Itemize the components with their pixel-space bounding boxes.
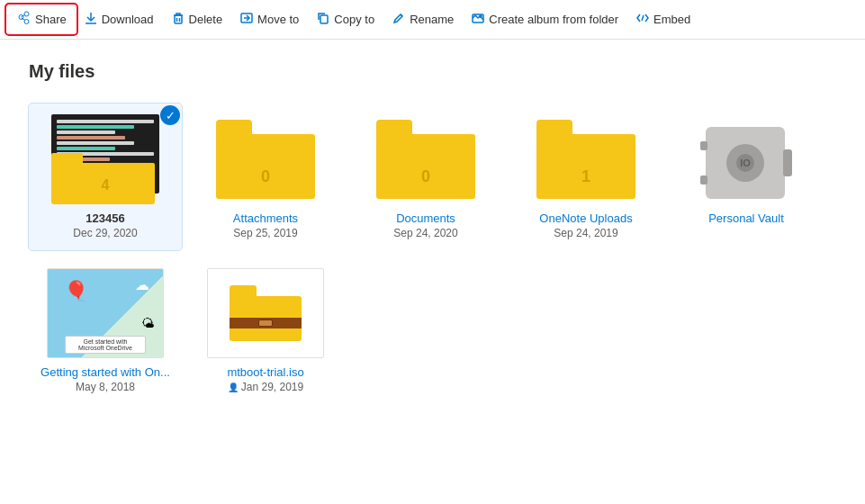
file-item-123456[interactable]: ✓ (29, 104, 182, 250)
file-name-mtboot: mtboot-trial.iso (227, 365, 303, 379)
file-name-attachments: Attachments (233, 212, 298, 225)
file-item-documents[interactable]: 0 Documents Sep 24, 2020 (349, 104, 502, 250)
cloud-icon: ☁ (135, 276, 149, 293)
svg-line-13 (642, 15, 644, 21)
share-button[interactable]: Share (7, 5, 76, 33)
embed-icon (636, 12, 649, 27)
file-thumbnail-documents: 0 (367, 114, 484, 204)
download-button[interactable]: Download (76, 6, 163, 32)
file-date-mtboot: Jan 29, 2019 (241, 381, 303, 393)
file-thumbnail-getting-started: 🎈 ☁ 🌤 Get started withMicrosoft OneDrive (47, 268, 164, 358)
download-icon (85, 12, 97, 27)
embed-label: Embed (653, 13, 690, 26)
rename-label: Rename (410, 13, 454, 26)
copy-to-button[interactable]: Copy to (308, 6, 383, 32)
delete-icon (172, 12, 185, 27)
share-icon (16, 11, 31, 28)
file-item-personal-vault[interactable]: IO Personal Vault (670, 104, 823, 250)
move-to-icon (240, 12, 253, 27)
file-thumbnail-123456: 4 (47, 114, 164, 204)
file-item-onenote[interactable]: 1 OneNote Uploads Sep 24, 2019 (509, 104, 662, 250)
svg-rect-9 (320, 15, 328, 23)
file-thumbnail-attachments: 0 (207, 114, 324, 204)
file-thumbnail-personal-vault: IO (688, 114, 805, 204)
file-date-documents: Sep 24, 2020 (393, 227, 457, 239)
page-title: My files (29, 61, 836, 82)
svg-line-10 (401, 14, 402, 16)
file-date-onenote: Sep 24, 2019 (554, 227, 617, 239)
file-item-getting-started[interactable]: 🎈 ☁ 🌤 Get started withMicrosoft OneDrive… (29, 257, 182, 404)
content-area: My files ✓ (0, 40, 865, 504)
file-name-documents: Documents (396, 212, 455, 225)
onedrive-label: Get started withMicrosoft OneDrive (65, 336, 146, 354)
copy-to-icon (317, 12, 329, 27)
file-name-getting-started: Getting started with On... (41, 365, 170, 379)
file-thumbnail-onenote: 1 (527, 114, 644, 204)
svg-point-12 (480, 15, 482, 17)
file-name-123456: 123456 (86, 212, 124, 225)
create-album-label: Create album from folder (489, 13, 618, 26)
selected-checkmark: ✓ (160, 105, 180, 125)
move-to-button[interactable]: Move to (231, 6, 308, 32)
create-album-icon (472, 12, 484, 27)
rename-button[interactable]: Rename (383, 6, 463, 32)
move-to-label: Move to (257, 13, 299, 26)
delete-label: Delete (189, 13, 223, 26)
download-label: Download (102, 13, 154, 26)
shared-person-icon: 👤 (228, 382, 239, 392)
share-label: Share (35, 13, 67, 26)
main-container: Share Download (0, 0, 865, 504)
balloon-icon: 🎈 (64, 280, 88, 303)
file-date-attachments: Sep 25, 2019 (233, 227, 297, 239)
file-date-getting-started: May 8, 2018 (76, 381, 135, 393)
toolbar: Share Download (0, 0, 865, 40)
file-name-personal-vault: Personal Vault (708, 212, 784, 225)
file-date-123456: Dec 29, 2020 (73, 227, 137, 239)
file-thumbnail-mtboot (207, 268, 324, 358)
create-album-button[interactable]: Create album from folder (463, 6, 627, 32)
file-grid: ✓ (29, 104, 836, 404)
svg-rect-4 (175, 15, 182, 23)
file-item-mtboot[interactable]: mtboot-trial.iso 👤 Jan 29, 2019 (189, 257, 342, 404)
file-name-onenote: OneNote Uploads (539, 212, 632, 225)
rename-icon (392, 12, 405, 27)
embed-button[interactable]: Embed (627, 6, 699, 32)
copy-to-label: Copy to (334, 13, 374, 26)
file-item-attachments[interactable]: 0 Attachments Sep 25, 2019 (189, 104, 342, 250)
delete-button[interactable]: Delete (163, 6, 232, 32)
